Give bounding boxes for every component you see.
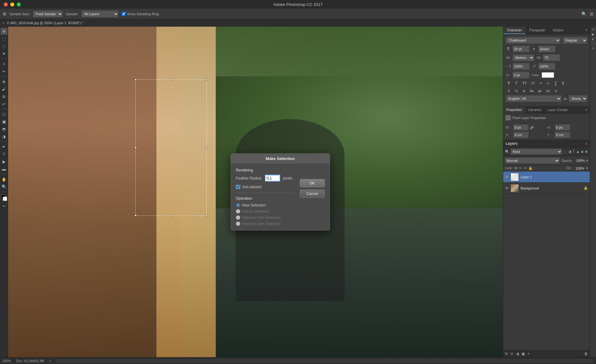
add-mask-button[interactable]: ⊙ (510, 352, 513, 356)
lock-all-icon[interactable]: 🔒 (528, 166, 533, 170)
ordinal-button[interactable]: 1st (544, 88, 551, 94)
sample-select[interactable]: All Layers (81, 11, 119, 17)
superscript-button[interactable]: T² (538, 80, 544, 87)
channels-panel-icon[interactable]: ≡ (592, 47, 594, 50)
gradient-tool-button[interactable]: ▣ (1, 118, 7, 125)
filter-smart-icon[interactable]: ◈ (581, 149, 584, 154)
filter-kind-select[interactable]: Kind (511, 149, 562, 155)
new-selection-radio[interactable] (236, 203, 240, 207)
vertical-scale-input[interactable] (538, 63, 555, 70)
doc-tab-close-button[interactable]: × (2, 21, 4, 25)
canvas-area[interactable]: Make Selection OK Cancel Rendering Feath… (8, 27, 503, 357)
actions-panel-icon[interactable]: ▶ (592, 33, 594, 36)
add-to-selection-radio[interactable] (236, 209, 240, 214)
small-caps-button[interactable]: TT (530, 80, 536, 87)
tab-glyphs[interactable]: Glyphs (549, 27, 567, 34)
marquee-tool-button[interactable]: ⬚ (1, 35, 7, 42)
cancel-button[interactable]: Cancel (300, 190, 325, 198)
tab-layer-comps[interactable]: Layer Comps (544, 107, 571, 113)
close-button[interactable] (4, 2, 8, 7)
lasso-tool-button[interactable]: ◌ (1, 43, 7, 50)
color-swatch-box[interactable] (1, 195, 7, 201)
height-value[interactable]: 0 px (555, 124, 570, 131)
fi-ligature-button[interactable]: fi (506, 88, 512, 94)
new-fill-adj-button[interactable]: ◑ (516, 352, 519, 356)
tab-libraries[interactable]: Libraries (525, 107, 544, 113)
lock-move-icon[interactable]: ✛ (524, 166, 526, 170)
more-tools-button[interactable]: ••• (1, 203, 7, 210)
anti-aliased-checkbox[interactable] (236, 185, 240, 189)
feather-radius-input[interactable] (265, 175, 280, 182)
pen-tool-button[interactable]: ✒ (1, 143, 7, 150)
filter-toggle[interactable]: ● (585, 149, 588, 154)
hand-tool-button[interactable]: ✋ (1, 176, 7, 183)
aa-button[interactable]: Aa (528, 88, 535, 94)
kerning-select[interactable]: Metrics (512, 54, 534, 61)
properties-panel-menu-button[interactable]: ≡ (583, 107, 590, 113)
font-style-select[interactable]: Regular (562, 37, 587, 44)
width-value[interactable]: 0 px (513, 124, 529, 131)
search-button[interactable]: 🔍 (581, 11, 587, 16)
all-caps-button[interactable]: TT (521, 80, 528, 87)
history-brush-button[interactable]: ↩ (1, 100, 7, 107)
clone-tool-button[interactable]: ⊚ (1, 93, 7, 100)
font-size-input[interactable] (512, 46, 530, 52)
character-panel-menu-button[interactable]: ≡ (583, 27, 590, 34)
layout-button[interactable]: ⊞ (590, 11, 594, 16)
aa-method-select[interactable]: Strong (569, 95, 587, 102)
tab-character[interactable]: Character (503, 27, 526, 34)
brush-tool-button[interactable]: 🖌 (1, 86, 7, 92)
opacity-dropdown-icon[interactable]: ▾ (586, 159, 588, 163)
background-visibility-icon[interactable]: 👁 (505, 186, 509, 190)
intersect-with-selection-radio[interactable] (236, 222, 240, 226)
subtract-from-selection-radio[interactable] (236, 215, 240, 220)
eraser-tool-button[interactable]: ◻ (1, 111, 7, 118)
layer-item-layer1[interactable]: 👁 Layer 1 (503, 171, 590, 183)
subscript-button[interactable]: T₂ (545, 80, 551, 87)
tracking-input[interactable] (543, 54, 560, 61)
dodge-tool-button[interactable]: ◑ (1, 133, 7, 140)
healing-tool-button[interactable]: ⊕ (1, 78, 7, 85)
ok-button[interactable]: OK (300, 179, 325, 187)
minimize-button[interactable] (10, 2, 14, 7)
layers-panel-menu-button[interactable]: ≡ (585, 142, 587, 145)
lock-position-icon[interactable]: ⊞ (514, 166, 517, 170)
swatches-panel-icon[interactable]: ⬛ (591, 42, 595, 45)
italic-button[interactable]: T (513, 80, 519, 87)
show-sampling-ring-label[interactable]: Show Sampling Ring (122, 12, 159, 16)
background-color[interactable] (3, 197, 7, 201)
shape-tool-button[interactable]: ▬ (1, 166, 7, 172)
new-layer-button[interactable]: + (527, 352, 530, 356)
bold-button[interactable]: T (506, 80, 512, 87)
font-family-select[interactable]: Chalkboard (506, 37, 561, 44)
fx-button[interactable]: fx (505, 352, 508, 356)
path-select-button[interactable]: ▶ (1, 158, 7, 165)
lock-brush-icon[interactable]: ✏ (519, 166, 522, 170)
strikethrough-button[interactable]: T (560, 80, 566, 87)
filter-type-icon[interactable]: T (572, 149, 575, 154)
slice-tool-button[interactable]: ✂ (1, 68, 7, 75)
history-panel-icon[interactable]: ↩ (592, 28, 594, 31)
zoom-tool-button[interactable]: 🔍 (1, 183, 7, 190)
fraction-button[interactable]: ½ (553, 88, 559, 94)
document-tab-name[interactable]: © IMG_0529-Edit.jpg @ 200% (Layer 1, RGB… (7, 21, 83, 25)
sample-size-select[interactable]: Point Sample (33, 11, 63, 17)
horizontal-scrollbar[interactable] (56, 359, 594, 363)
blend-mode-select[interactable]: Normal (505, 158, 560, 164)
filter-shape-icon[interactable]: ▲ (576, 149, 580, 154)
delete-layer-button[interactable]: 🗑 (584, 352, 588, 356)
color-swatch[interactable] (542, 72, 554, 78)
move-tool-button[interactable]: ✛ (1, 28, 7, 35)
horizontal-scale-input[interactable] (512, 63, 530, 70)
tab-properties[interactable]: Properties (503, 107, 525, 113)
brush-panel-icon[interactable]: 🖌 (592, 37, 595, 41)
new-group-button[interactable]: ▣ (522, 352, 525, 356)
filter-adj-icon[interactable]: ◑ (568, 149, 571, 154)
y-value[interactable]: 0 cm (555, 132, 570, 138)
magic-wand-tool-button[interactable]: ✦ (1, 50, 7, 57)
status-arrow[interactable]: > (49, 359, 51, 363)
x-value[interactable]: 0 cm (513, 132, 529, 138)
type-tool-button[interactable]: T (1, 151, 7, 158)
blur-tool-button[interactable]: ◓ (1, 126, 7, 132)
maximize-button[interactable] (17, 2, 21, 7)
